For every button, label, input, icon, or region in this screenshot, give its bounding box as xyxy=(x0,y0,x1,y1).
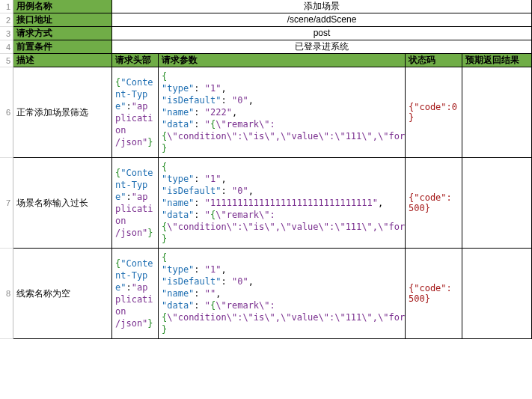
row-num: 6 xyxy=(0,67,13,158)
row-num: 7 xyxy=(0,158,13,249)
header-value: /scene/addScene xyxy=(112,13,532,27)
row-num: 2 xyxy=(0,13,13,27)
header-label: 请求方式 xyxy=(13,27,112,40)
row-num: 4 xyxy=(0,40,13,54)
col-reqparam: 请求参数 xyxy=(159,54,406,67)
cell-expected xyxy=(462,158,532,249)
cell-expected xyxy=(462,249,532,339)
cell-request-params: { "type": "1", "isDefault": "0", "name":… xyxy=(159,249,406,339)
col-desc: 描述 xyxy=(13,54,112,67)
header-value: 已登录进系统 xyxy=(112,40,532,54)
col-reqhdr: 请求头部 xyxy=(112,54,159,67)
header-value: post xyxy=(112,27,532,40)
col-expect: 预期返回结果 xyxy=(462,54,532,67)
cell-desc: 正常添加场景筛选 xyxy=(13,67,112,158)
spreadsheet: 1 用例名称 添加场景 2 接口地址 /scene/addScene 3 请求方… xyxy=(0,0,532,339)
header-label: 前置条件 xyxy=(13,40,112,54)
cell-desc: 场景名称输入过长 xyxy=(13,158,112,249)
row-num: 1 xyxy=(0,0,13,13)
cell-expected xyxy=(462,67,532,158)
row-num: 8 xyxy=(0,249,13,339)
header-value: 添加场景 xyxy=(112,0,532,13)
row-num: 5 xyxy=(0,54,13,67)
header-label: 用例名称 xyxy=(13,0,112,13)
cell-desc: 线索名称为空 xyxy=(13,249,112,339)
cell-request-header: {"Content-Type":"application/json"} xyxy=(112,249,159,339)
cell-request-params: { "type": "1", "isDefault": "0", "name":… xyxy=(159,158,406,249)
cell-status-code: {"code":0} xyxy=(406,67,462,158)
cell-request-params: { "type": "1", "isDefault": "0", "name":… xyxy=(159,67,406,158)
cell-status-code: {"code":500} xyxy=(406,249,462,339)
cell-request-header: {"Content-Type":"application/json"} xyxy=(112,158,159,249)
cell-request-header: {"Content-Type":"application/json"} xyxy=(112,67,159,158)
cell-status-code: {"code":500} xyxy=(406,158,462,249)
col-status: 状态码 xyxy=(406,54,462,67)
header-label: 接口地址 xyxy=(13,13,112,27)
row-num: 3 xyxy=(0,27,13,40)
